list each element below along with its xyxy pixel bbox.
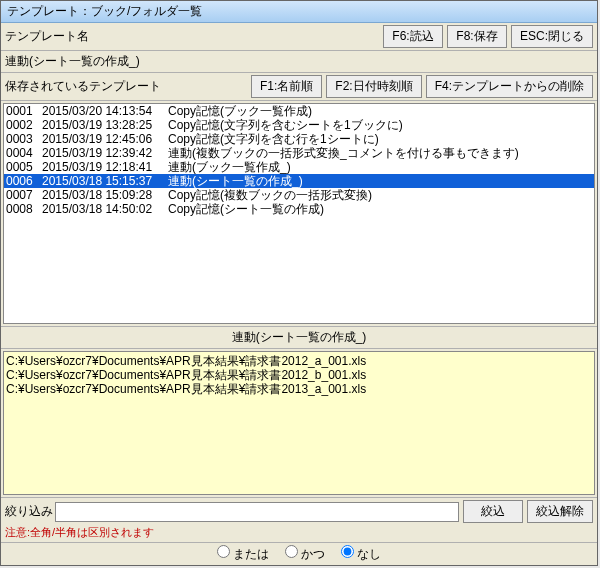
- delete-button[interactable]: F4:テンプレートからの削除: [426, 75, 593, 98]
- sort-name-button[interactable]: F1:名前順: [251, 75, 322, 98]
- filter-apply-button[interactable]: 絞込: [463, 500, 523, 523]
- template-window: テンプレート：ブック/フォルダ一覧 テンプレート名 F6:読込 F8:保存 ES…: [0, 0, 598, 566]
- radio-or[interactable]: または: [217, 547, 269, 561]
- saved-header-row: 保存されているテンプレート F1:名前順 F2:日付時刻順 F4:テンプレートか…: [1, 73, 597, 101]
- radio-none[interactable]: なし: [341, 547, 381, 561]
- radio-row: または かつ なし: [1, 542, 597, 565]
- list-item[interactable]: 00072015/03/18 15:09:28Copy記憶(複数ブックの一括形式…: [4, 188, 594, 202]
- list-item[interactable]: 00052015/03/19 12:18:41連動(ブック一覧作成_): [4, 160, 594, 174]
- template-name-label: テンプレート名: [5, 28, 379, 45]
- detail-item: C:¥Users¥ozcr7¥Documents¥APR見本結果¥請求書2012…: [6, 354, 592, 368]
- saved-label: 保存されているテンプレート: [5, 78, 247, 95]
- close-button[interactable]: ESC:閉じる: [511, 25, 593, 48]
- radio-and[interactable]: かつ: [285, 547, 325, 561]
- load-button[interactable]: F6:読込: [383, 25, 443, 48]
- filter-row: 絞り込み 絞込 絞込解除: [1, 497, 597, 525]
- detail-list[interactable]: C:¥Users¥ozcr7¥Documents¥APR見本結果¥請求書2012…: [3, 351, 595, 495]
- list-item[interactable]: 00062015/03/18 15:15:37連動(シート一覧の作成_): [4, 174, 594, 188]
- sort-date-button[interactable]: F2:日付時刻順: [326, 75, 421, 98]
- list-item[interactable]: 00032015/03/19 12:45:06Copy記憶(文字列を含む行を1シ…: [4, 132, 594, 146]
- detail-item: C:¥Users¥ozcr7¥Documents¥APR見本結果¥請求書2013…: [6, 382, 592, 396]
- filter-label: 絞り込み: [5, 503, 55, 520]
- current-template: 連動(シート一覧の作成_): [1, 51, 597, 73]
- titlebar: テンプレート：ブック/フォルダ一覧: [1, 1, 597, 23]
- header-row: テンプレート名 F6:読込 F8:保存 ESC:閉じる: [1, 23, 597, 51]
- filter-input[interactable]: [55, 502, 459, 522]
- filter-clear-button[interactable]: 絞込解除: [527, 500, 593, 523]
- list-item[interactable]: 00082015/03/18 14:50:02Copy記憶(シート一覧の作成): [4, 202, 594, 216]
- list-item[interactable]: 00042015/03/19 12:39:42連動(複数ブックの一括形式変換_コ…: [4, 146, 594, 160]
- filter-note: 注意:全角/半角は区別されます: [1, 525, 597, 542]
- list-item[interactable]: 00022015/03/19 13:28:25Copy記憶(文字列を含むシートを…: [4, 118, 594, 132]
- save-button[interactable]: F8:保存: [447, 25, 507, 48]
- detail-item: C:¥Users¥ozcr7¥Documents¥APR見本結果¥請求書2012…: [6, 368, 592, 382]
- list-item[interactable]: 00012015/03/20 14:13:54Copy記憶(ブック一覧作成): [4, 104, 594, 118]
- template-list[interactable]: 00012015/03/20 14:13:54Copy記憶(ブック一覧作成)00…: [3, 103, 595, 324]
- detail-header: 連動(シート一覧の作成_): [1, 326, 597, 349]
